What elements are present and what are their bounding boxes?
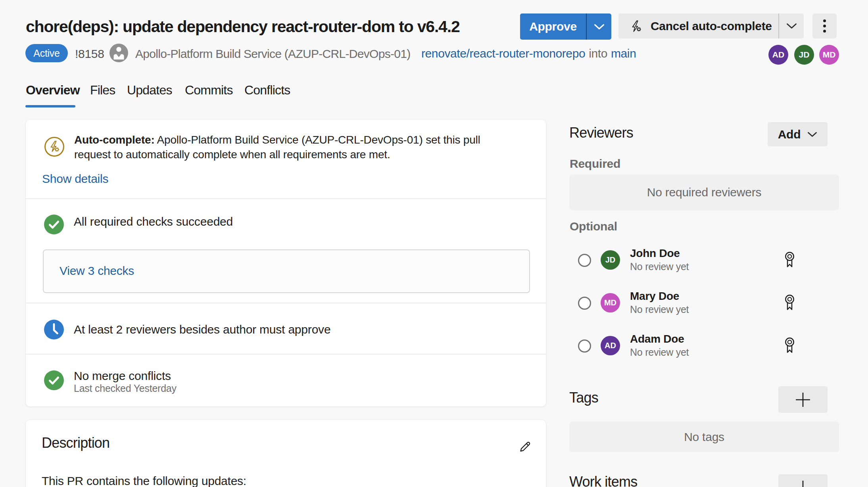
edit-description-button[interactable] [514,437,536,457]
reviewer-avatar-initials: JD [605,255,616,265]
cancel-autocomplete-button[interactable]: Cancel auto-complete [618,13,778,38]
reviewer-radio[interactable] [578,254,591,267]
check-circle-icon [44,215,64,234]
add-label: Add [778,128,801,141]
reviewer-requirement-text: At least 2 reviewers besides author must… [74,323,330,336]
tab-conflicts[interactable]: Conflicts [244,83,290,98]
approve-label: Approve [529,20,577,33]
target-branch-link[interactable]: main [611,47,636,60]
header-avatar[interactable]: MD [819,45,839,65]
no-tags-text: No tags [684,430,724,444]
reviewer-avatar-initials: MD [604,298,616,307]
chevron-down-icon [786,23,797,29]
reviewer-avatar: MD [601,293,620,313]
header-avatar-initials: JD [799,50,810,59]
checks-status-text: All required checks succeeded [74,215,233,228]
divider [26,354,546,355]
active-tab-underline [25,105,75,107]
description-body: This PR contains the following updates: [42,474,246,487]
no-required-reviewers-text: No required reviewers [647,186,761,199]
tab-updates[interactable]: Updates [127,83,172,98]
approve-button[interactable]: Approve [520,13,586,40]
chevron-down-icon [807,132,817,137]
reviewers-heading: Reviewers [569,125,633,141]
description-card: Description This PR contains the followi… [26,420,546,487]
kebab-dot [823,30,826,33]
divider [26,198,546,199]
work-items-heading: Work items [569,474,637,487]
kebab-dot [823,25,826,27]
source-branch-link[interactable]: renovate/react-router-monorepo [421,47,585,60]
header-avatar[interactable]: JD [794,45,814,65]
pr-id: !8158 [75,47,104,61]
reviewer-name[interactable]: Mary Doe [630,290,679,303]
cancel-autocomplete-label: Cancel auto-complete [651,19,772,33]
tab-commits[interactable]: Commits [185,83,233,98]
chevron-down-icon [594,24,605,30]
autocomplete-bolt-gear-icon [629,19,643,33]
branch-connector-word: into [585,47,611,60]
status-card: Auto-complete: Apollo-Platform Build Ser… [26,120,546,406]
merge-status-subtext: Last checked Yesterday [74,383,177,394]
add-work-item-button[interactable] [778,474,828,487]
add-tag-button[interactable] [778,386,828,413]
autocomplete-ring-icon [44,136,65,157]
reviewer-status: No review yet [630,304,689,315]
reviewer-avatar: AD [601,336,620,355]
merge-status-text: No merge conflicts [74,369,171,383]
build-service-person-icon [109,44,128,62]
tab-overview[interactable]: Overview [26,83,80,98]
autocomplete-banner-text: Auto-complete: Apollo-Platform Build Ser… [74,132,511,162]
add-reviewer-button[interactable]: Add [768,122,828,146]
status-badge-label: Active [33,48,60,59]
author-avatar [109,44,128,62]
reviewer-avatar-initials: AD [605,341,616,350]
more-options-button[interactable] [812,13,837,38]
optional-label: Optional [570,220,617,233]
plus-icon [795,392,811,408]
reviewer-avatar: JD [601,250,620,270]
view-checks-link[interactable]: View 3 checks [60,264,134,278]
cancel-autocomplete-dropdown-button[interactable] [779,13,804,38]
header-avatar[interactable]: AD [768,45,788,65]
reviewer-radio[interactable] [578,339,591,353]
reviewer-row: AD Adam Doe No review yet [569,324,839,368]
header-avatar-initials: MD [823,50,836,59]
approve-dropdown-button[interactable] [587,13,611,40]
required-label: Required [570,157,620,171]
autocomplete-banner-bold: Auto-complete: [74,134,155,146]
reviewer-name[interactable]: Adam Doe [630,333,684,345]
ribbon-award-icon [783,336,797,355]
reviewer-row: MD Mary Doe No review yet [569,281,839,325]
tab-files[interactable]: Files [90,83,115,98]
no-tags-box: No tags [569,422,839,452]
tags-heading: Tags [569,389,598,406]
reviewer-radio[interactable] [578,297,591,310]
approve-split-button: Approve [520,13,611,40]
cancel-autocomplete-split-button: Cancel auto-complete [618,13,804,38]
view-checks-box[interactable]: View 3 checks [43,249,530,293]
pencil-icon [517,439,533,455]
no-required-reviewers-box: No required reviewers [569,174,839,210]
show-details-link[interactable]: Show details [42,172,108,186]
header-avatar-initials: AD [772,50,784,59]
page-title: chore(deps): update dependency react-rou… [26,17,460,36]
reviewer-status: No review yet [630,261,689,272]
divider [26,303,546,303]
description-heading: Description [42,435,109,451]
reviewer-status: No review yet [630,347,689,358]
author-name: Apollo-Platform Build Service (AZUP-CRL-… [135,47,411,61]
check-circle-icon [44,370,64,390]
reviewer-row: JD John Doe No review yet [569,238,839,282]
ribbon-award-icon [783,293,797,312]
branch-line: renovate/react-router-monorepointomain [421,47,636,60]
clock-icon [44,320,64,339]
kebab-dot [823,19,826,22]
plus-icon [795,480,811,487]
status-badge: Active [25,44,68,62]
ribbon-award-icon [783,251,797,269]
reviewer-name[interactable]: John Doe [630,247,680,260]
